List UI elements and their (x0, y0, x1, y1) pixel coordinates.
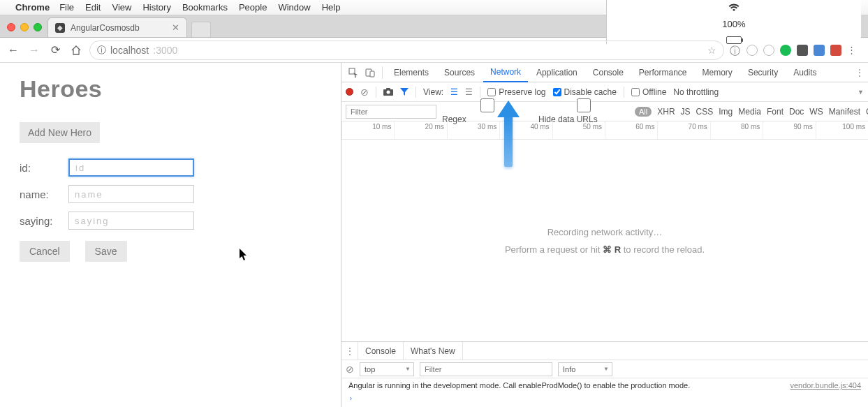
devtools-menu-button[interactable]: ⋮ (855, 68, 864, 77)
chrome-menu-button[interactable]: ⋮ (847, 45, 858, 56)
new-tab-button[interactable] (191, 22, 211, 37)
console-context-select[interactable]: top▼ (360, 362, 414, 376)
console-clear-button[interactable]: ⊘ (346, 364, 354, 375)
tab-console[interactable]: Console (586, 63, 631, 82)
battery-icon[interactable] (726, 36, 742, 44)
close-tab-button[interactable]: ✕ (172, 22, 179, 33)
extension-icon[interactable] (797, 45, 808, 56)
timeline-tick: 40 ms (499, 121, 552, 139)
browser-tab[interactable]: ◆ AngularCosmosdb ✕ (47, 17, 187, 37)
screenshot-icon[interactable] (383, 88, 393, 96)
extension-icon[interactable] (746, 45, 758, 56)
extension-icon[interactable] (830, 45, 841, 56)
tab-audits[interactable]: Audits (786, 63, 823, 82)
home-button[interactable] (68, 43, 84, 58)
tab-sources[interactable]: Sources (437, 63, 482, 82)
extensions-area: ⋮ (730, 45, 862, 56)
maximize-window-button[interactable] (34, 23, 42, 31)
url-host: localhost (110, 45, 149, 56)
device-toolbar-icon[interactable] (362, 68, 378, 77)
devtools-panel: Elements Sources Network Application Con… (341, 63, 868, 407)
save-button[interactable]: Save (85, 241, 127, 262)
disable-cache-checkbox[interactable]: Disable cache (553, 87, 617, 97)
filter-type-css[interactable]: CSS (696, 107, 714, 117)
tab-application[interactable]: Application (529, 63, 584, 82)
menu-history[interactable]: History (142, 2, 170, 13)
app-menu[interactable]: Chrome (15, 2, 50, 13)
svg-rect-2 (370, 71, 374, 77)
menu-window[interactable]: Window (278, 2, 310, 13)
console-prompt[interactable]: › (341, 392, 868, 407)
extension-info-icon[interactable] (730, 45, 741, 56)
add-new-hero-button[interactable]: Add New Hero (20, 122, 100, 143)
filter-type-manifest[interactable]: Manifest (829, 107, 860, 117)
offline-checkbox[interactable]: Offline (631, 87, 666, 97)
page-content: Heroes Add New Hero id: name: saying: Ca… (0, 63, 341, 407)
network-timeline[interactable]: 10 ms 20 ms 30 ms 40 ms 50 ms 60 ms 70 m… (341, 121, 868, 140)
filter-type-img[interactable]: Img (719, 107, 733, 117)
tab-performance[interactable]: Performance (632, 63, 694, 82)
drawer-tab-whatsnew[interactable]: What's New (404, 342, 463, 360)
id-input[interactable] (68, 158, 194, 177)
saying-label: saying: (20, 215, 68, 227)
svg-rect-4 (386, 88, 390, 90)
menu-edit[interactable]: Edit (85, 2, 101, 13)
tab-network[interactable]: Network (483, 63, 528, 82)
menu-view[interactable]: View (112, 2, 131, 13)
list-view-icon[interactable]: ☰ (450, 87, 458, 97)
extension-icon[interactable] (780, 45, 791, 56)
menu-help[interactable]: Help (322, 2, 341, 13)
clear-button[interactable]: ⊘ (360, 87, 369, 98)
tab-memory[interactable]: Memory (696, 63, 740, 82)
bookmark-star-icon[interactable]: ☆ (707, 45, 716, 56)
regex-checkbox[interactable]: Regex (442, 98, 533, 124)
console-source-link[interactable]: vendor.bundle.js:404 (790, 381, 861, 390)
network-filter-input[interactable] (346, 105, 436, 119)
extension-icon[interactable] (763, 45, 774, 56)
filter-icon[interactable] (400, 88, 409, 96)
large-view-icon[interactable]: ☰ (465, 87, 473, 97)
reload-button[interactable]: ⟳ (47, 43, 63, 58)
drawer-menu-button[interactable]: ⋮ (341, 342, 358, 360)
filter-type-ws[interactable]: WS (809, 107, 823, 117)
preserve-log-checkbox[interactable]: Preserve log (487, 87, 545, 97)
filter-type-media[interactable]: Media (738, 107, 761, 117)
menu-people[interactable]: People (239, 2, 267, 13)
toolbar-overflow-icon[interactable]: ▼ (858, 89, 864, 96)
view-label: View: (423, 87, 443, 97)
filter-type-font[interactable]: Font (767, 107, 784, 117)
menu-bookmarks[interactable]: Bookmarks (182, 2, 228, 13)
console-log-row: Angular is running in the development mo… (341, 378, 868, 392)
filter-type-doc[interactable]: Doc (789, 107, 804, 117)
record-button[interactable] (346, 88, 353, 96)
tab-elements[interactable]: Elements (387, 63, 436, 82)
console-filter-input[interactable] (420, 362, 552, 376)
cancel-button[interactable]: Cancel (20, 241, 70, 262)
menu-file[interactable]: File (59, 2, 74, 13)
console-message: Angular is running in the development mo… (348, 381, 783, 390)
back-button[interactable]: ← (6, 43, 21, 58)
throttling-select[interactable]: No throttling (673, 87, 719, 97)
address-bar[interactable]: ⓘ localhost:3000 ☆ (89, 40, 724, 60)
inspect-element-icon[interactable] (346, 68, 361, 77)
extension-icon[interactable] (814, 45, 825, 56)
filter-type-js[interactable]: JS (681, 107, 691, 117)
minimize-window-button[interactable] (20, 23, 29, 31)
devtools-tabbar: Elements Sources Network Application Con… (341, 63, 868, 82)
devtools-drawer: ⋮ Console What's New ⊘ top▼ Info▼ Angula… (341, 341, 868, 407)
filter-type-xhr[interactable]: XHR (657, 107, 675, 117)
timeline-tick: 80 ms (710, 121, 763, 139)
tab-title: AngularCosmosdb (71, 23, 140, 33)
hide-data-urls-checkbox[interactable]: Hide data URLs (538, 98, 629, 124)
tab-security[interactable]: Security (741, 63, 785, 82)
close-window-button[interactable] (7, 23, 15, 31)
site-info-icon[interactable]: ⓘ (97, 44, 106, 57)
filter-type-all[interactable]: All (635, 107, 652, 117)
name-input[interactable] (68, 185, 194, 203)
wifi-icon[interactable] (728, 3, 740, 12)
page-heading: Heroes (20, 75, 321, 103)
console-level-select[interactable]: Info▼ (558, 362, 612, 376)
drawer-tab-console[interactable]: Console (358, 342, 404, 360)
timeline-tick: 100 ms (816, 121, 868, 139)
saying-input[interactable] (68, 212, 194, 230)
